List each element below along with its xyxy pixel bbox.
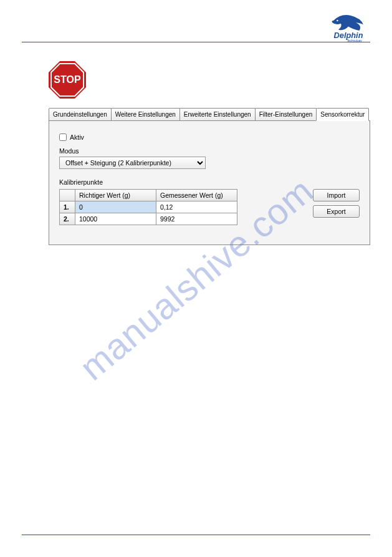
modus-select[interactable]: Offset + Steigung (2 Kalibrierpunkte): [59, 157, 206, 169]
stop-notice: STOP: [49, 61, 370, 99]
page-footer: [22, 535, 370, 535]
kalibrierpunkte-label: Kalibrierpunkte: [59, 178, 360, 186]
calibration-table: Richtiger Wert (g) Gemessener Wert (g) 1…: [59, 189, 237, 225]
svg-marker-3: [51, 64, 84, 96]
cell-num: 1.: [60, 201, 75, 213]
cell-correct[interactable]: 10000: [75, 213, 156, 225]
col-header-num: [60, 190, 75, 201]
cell-correct[interactable]: 0: [75, 201, 156, 213]
tab-grundeinstellungen[interactable]: Grundeinstellungen: [49, 108, 112, 120]
cell-measured[interactable]: 9992: [156, 213, 237, 225]
tab-weitere-einstellungen[interactable]: Weitere Einstellungen: [111, 108, 180, 120]
delphin-logo: Delphin Technology: [323, 9, 373, 47]
tab-panel-sensorkorrektur: Aktiv Modus Offset + Steigung (2 Kalibri…: [49, 120, 370, 245]
active-label: Aktiv: [70, 133, 84, 141]
page-header: Delphin Technology: [22, 0, 370, 42]
svg-point-0: [337, 20, 338, 21]
active-checkbox[interactable]: [59, 133, 67, 141]
table-row[interactable]: 2. 10000 9992: [60, 213, 237, 225]
stop-icon: STOP: [49, 61, 86, 99]
svg-text:Technology: Technology: [347, 39, 362, 42]
export-button[interactable]: Export: [313, 205, 360, 218]
svg-text:Delphin: Delphin: [334, 31, 363, 40]
import-button[interactable]: Import: [313, 189, 360, 201]
col-header-measured: Gemessener Wert (g): [156, 190, 237, 201]
tab-sensorkorrektur[interactable]: Sensorkorrektur: [316, 108, 369, 121]
tab-erweiterte-einstellungen[interactable]: Erweiterte Einstellungen: [179, 108, 256, 120]
modus-label: Modus: [59, 147, 360, 155]
tab-bar: Grundeinstellungen Weitere Einstellungen…: [49, 108, 370, 120]
tab-filter-einstellungen[interactable]: Filter-Einstellungen: [255, 108, 317, 120]
col-header-correct: Richtiger Wert (g): [75, 190, 156, 201]
cell-num: 2.: [60, 213, 75, 225]
table-row[interactable]: 1. 0 0,12: [60, 201, 237, 213]
cell-measured[interactable]: 0,12: [156, 201, 237, 213]
settings-dialog: Grundeinstellungen Weitere Einstellungen…: [49, 108, 370, 245]
